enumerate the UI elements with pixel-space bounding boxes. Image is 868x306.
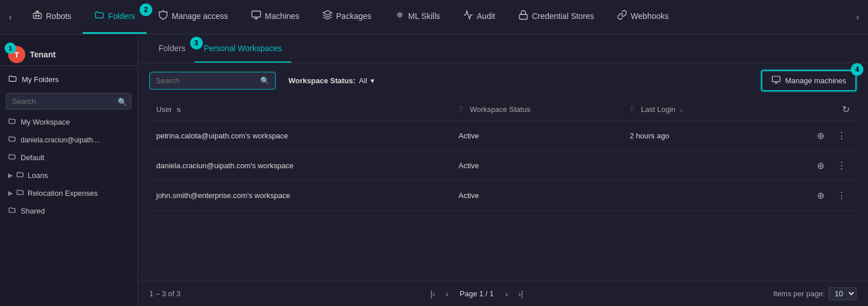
- svg-rect-6: [772, 76, 780, 82]
- cell-user: petrina.calota@uipath.com's workspace: [149, 121, 452, 151]
- ml-skills-icon: [395, 10, 405, 22]
- robot-button[interactable]: ⊕: [813, 189, 828, 202]
- table-row: daniela.craciun@uipath.com's workspace A…: [149, 151, 857, 181]
- search-box: 🔍: [149, 72, 276, 90]
- sort-icon-last-login[interactable]: ↓: [680, 107, 682, 113]
- sidebar-search-input[interactable]: [6, 93, 132, 110]
- step1-badge: 1: [5, 42, 16, 54]
- reload-button[interactable]: ↻: [842, 104, 850, 115]
- sidebar-item-label: Default: [21, 153, 44, 162]
- tab-webhooks[interactable]: Webhooks: [605, 0, 680, 34]
- sidebar-item-relocation-expenses[interactable]: ▶ Relocation Expenses: [0, 184, 137, 202]
- first-page-button[interactable]: |‹: [427, 288, 438, 300]
- tab-folders[interactable]: Folders 2: [83, 0, 146, 34]
- sub-tab-personal-workspaces[interactable]: Personal Workspaces: [195, 34, 291, 63]
- sidebar-item-label: Loans: [28, 171, 48, 180]
- sidebar-item-shared[interactable]: Shared: [0, 202, 137, 220]
- content-search-input[interactable]: [156, 72, 260, 89]
- items-per-page-select[interactable]: 10 20 50: [828, 287, 857, 300]
- svg-point-1: [36, 15, 37, 16]
- row-actions: ⊕ ⋮: [763, 159, 850, 172]
- items-per-page-section: Items per page: 10 20 50: [773, 287, 857, 300]
- search-box-icon: 🔍: [260, 76, 269, 85]
- manage-machines-wrapper: Manage machines 4: [761, 70, 857, 91]
- pagination-controls: |‹ ‹ Page 1 / 1 › ›|: [427, 288, 526, 300]
- tenant-label: Tenant: [30, 50, 56, 59]
- webhooks-icon: [617, 10, 627, 22]
- tab-manage-access[interactable]: Manage access: [146, 0, 240, 34]
- table-header: User ⇅ ⠿ Workspace Status ⠿ Last Login ↓: [149, 98, 857, 121]
- sidebar-item-label: Relocation Expenses: [28, 189, 98, 197]
- sidebar-item-loans[interactable]: ▶ Loans: [0, 166, 137, 184]
- tab-audit[interactable]: Audit: [452, 0, 507, 34]
- cell-last-login: 2 hours ago: [623, 121, 757, 151]
- robots-icon: [32, 10, 43, 22]
- sidebar-search-container: 🔍: [6, 93, 132, 110]
- table-body: petrina.calota@uipath.com's workspace Ac…: [149, 121, 857, 211]
- cell-user: john.smith@enterprise.com's workspace: [149, 181, 452, 211]
- cell-last-login: [623, 181, 757, 211]
- table-row: petrina.calota@uipath.com's workspace Ac…: [149, 121, 857, 151]
- cell-status: Active: [452, 121, 623, 151]
- tab-packages[interactable]: Packages: [311, 0, 383, 34]
- sort-icon-user[interactable]: ⇅: [176, 107, 181, 113]
- col-header-last-login: ⠿ Last Login ↓: [623, 98, 757, 121]
- row-actions: ⊕ ⋮: [763, 189, 850, 202]
- svg-rect-0: [33, 13, 41, 18]
- sub-tab-personal-workspaces-label: Personal Workspaces: [204, 44, 282, 53]
- next-page-button[interactable]: ›: [502, 288, 512, 300]
- row-actions: ⊕ ⋮: [763, 129, 850, 142]
- more-options-button[interactable]: ⋮: [834, 129, 850, 142]
- manage-machines-button[interactable]: Manage machines: [761, 70, 857, 91]
- tab-machines[interactable]: Machines: [240, 0, 311, 34]
- last-page-button[interactable]: ›|: [515, 288, 526, 300]
- workspace-status-filter[interactable]: Workspace Status: All ▾: [283, 73, 380, 88]
- svg-point-2: [38, 15, 39, 16]
- tab-credential-stores[interactable]: Credential Stores: [507, 0, 605, 34]
- col-header-actions: ↻: [757, 98, 857, 121]
- cell-last-login: [623, 151, 757, 181]
- col-header-workspace-status: ⠿ Workspace Status: [452, 98, 623, 121]
- sidebar-item-my-workspace[interactable]: My Workspace: [0, 113, 137, 131]
- sub-tabs: Folders Personal Workspaces 3: [138, 34, 868, 63]
- sidebar-search-wrapper: 🔍: [6, 93, 132, 110]
- content-panel: Folders Personal Workspaces 3 🔍 Workspac…: [138, 34, 868, 306]
- sidebar-item-label: Shared: [21, 207, 45, 215]
- svg-rect-3: [252, 11, 261, 17]
- range-label: 1 – 3 of 3: [149, 289, 180, 298]
- nav-prev-button[interactable]: ‹: [0, 0, 21, 34]
- tab-ml-skills[interactable]: ML Skills: [383, 0, 452, 34]
- more-options-button[interactable]: ⋮: [834, 159, 850, 172]
- sub-tab-folders[interactable]: Folders: [149, 34, 195, 63]
- folder-icon: [8, 117, 16, 127]
- sub-tab-folders-label: Folders: [159, 44, 186, 53]
- sidebar-item-daniela[interactable]: daniela.craciun@uipath....: [0, 131, 137, 149]
- audit-icon: [463, 10, 473, 22]
- status-filter-value: All: [359, 76, 367, 85]
- nav-next-button[interactable]: ›: [847, 0, 868, 34]
- sub-tab-personal-workspaces-wrapper: Personal Workspaces 3: [195, 34, 291, 63]
- tab-ml-skills-label: ML Skills: [408, 11, 441, 21]
- robot-button[interactable]: ⊕: [813, 159, 828, 172]
- more-options-button[interactable]: ⋮: [834, 189, 850, 202]
- col-user-label: User: [156, 105, 172, 114]
- main-area: T 1 Tenant My Folders 🔍 My Workspace: [0, 34, 868, 306]
- sidebar: T 1 Tenant My Folders 🔍 My Workspace: [0, 34, 138, 306]
- tab-robots[interactable]: Robots: [21, 0, 83, 34]
- sub-tab-personal-badge: 3: [190, 37, 203, 49]
- chevron-down-icon: ▾: [371, 76, 375, 85]
- tab-folders-label: Folders: [108, 11, 135, 21]
- prev-page-button[interactable]: ‹: [442, 288, 452, 300]
- sidebar-item-default[interactable]: Default: [0, 149, 137, 166]
- manage-machines-label: Manage machines: [785, 76, 846, 85]
- tab-manage-access-label: Manage access: [172, 11, 228, 21]
- packages-icon: [322, 10, 333, 22]
- manage-machines-icon: [771, 75, 781, 86]
- sidebar-item-label: daniela.craciun@uipath....: [21, 136, 101, 144]
- tab-credential-stores-label: Credential Stores: [532, 11, 594, 21]
- tab-robots-label: Robots: [46, 11, 71, 21]
- my-folders-header[interactable]: My Folders: [0, 69, 137, 90]
- robot-button[interactable]: ⊕: [813, 129, 828, 142]
- tab-webhooks-label: Webhooks: [631, 11, 669, 21]
- cell-actions: ⊕ ⋮: [757, 151, 857, 181]
